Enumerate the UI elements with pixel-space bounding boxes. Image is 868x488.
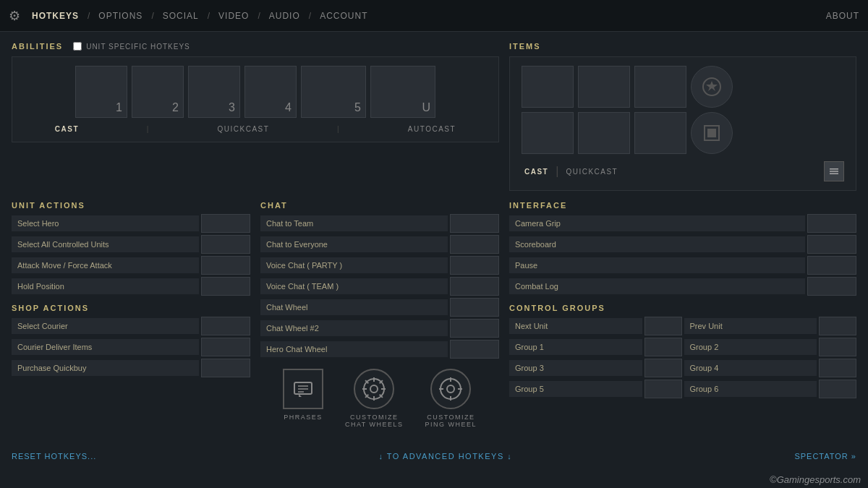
- customize-chat-button[interactable]: CUSTOMIZECHAT WHEELS: [345, 369, 404, 428]
- advanced-hotkeys-button[interactable]: ↓ TO ADVANCED HOTKEYS ↓: [378, 452, 512, 461]
- hotkey-input[interactable]: [201, 256, 250, 275]
- hotkey-row: Purchase Quickbuy: [12, 359, 250, 377]
- ability-key-u[interactable]: U: [370, 66, 435, 118]
- nav-options[interactable]: OPTIONS: [94, 8, 147, 24]
- shop-actions-rows: Select Courier Courier Deliver Items Pur…: [12, 317, 250, 377]
- item-settings-icon[interactable]: [824, 161, 844, 181]
- cg-row: Next Unit: [509, 317, 682, 335]
- reset-hotkeys-button[interactable]: RESET HOTKEYS...: [12, 452, 96, 461]
- hotkey-input[interactable]: [450, 319, 499, 338]
- nav-account[interactable]: ACCOUNT: [315, 8, 372, 24]
- cg-label: Prev Unit: [684, 318, 817, 334]
- chat-rows: Chat to Team Chat to Everyone Voice Chat…: [260, 214, 499, 359]
- hotkey-input[interactable]: [201, 338, 250, 356]
- hotkey-input[interactable]: [807, 277, 856, 296]
- hotkey-label: Select Courier: [12, 318, 199, 334]
- nav-items: HOTKEYS / OPTIONS / SOCIAL / VIDEO / AUD…: [27, 8, 826, 24]
- hotkey-input[interactable]: [450, 214, 499, 233]
- main-content: ABILITIES UNIT SPECIFIC HOTKEYS 1 2 3 4 …: [0, 32, 868, 435]
- item-row-2: [522, 112, 844, 154]
- ability-key-4[interactable]: 4: [244, 66, 297, 118]
- cg-input[interactable]: [819, 317, 856, 335]
- unit-specific-row: UNIT SPECIFIC HOTKEYS: [73, 42, 190, 51]
- customize-ping-icon: [430, 369, 471, 409]
- hotkey-input[interactable]: [450, 298, 499, 317]
- hotkey-input[interactable]: [807, 256, 856, 275]
- hotkey-input[interactable]: [201, 214, 250, 233]
- hotkey-input[interactable]: [450, 340, 499, 359]
- shop-actions-title: SHOP ACTIONS: [12, 304, 250, 312]
- hotkey-input[interactable]: [450, 235, 499, 254]
- cg-row: Group 5: [509, 380, 682, 398]
- hotkey-label: Pause: [509, 257, 805, 273]
- cg-input[interactable]: [644, 380, 682, 398]
- hotkey-row: Chat to Everyone: [260, 235, 499, 254]
- unit-specific-checkbox[interactable]: [73, 42, 82, 51]
- ability-key-5[interactable]: 5: [301, 66, 366, 118]
- item-slot-4[interactable]: [522, 112, 574, 154]
- customize-ping-button[interactable]: CUSTOMIZEPING WHEEL: [425, 369, 477, 428]
- item-slot-6[interactable]: [634, 112, 686, 154]
- hotkey-input[interactable]: [807, 214, 856, 233]
- cg-label: Group 2: [684, 339, 817, 355]
- chat-icons: PHRASES: [260, 369, 499, 428]
- svg-rect-2: [707, 129, 716, 137]
- hotkey-input[interactable]: [807, 235, 856, 254]
- cg-input[interactable]: [644, 317, 682, 335]
- cg-label: Group 1: [509, 339, 642, 355]
- item-slot-1[interactable]: [522, 66, 574, 108]
- hotkey-row: Hold Position: [12, 277, 250, 296]
- cg-label: Group 4: [684, 360, 817, 376]
- item-slot-neutral-2[interactable]: [691, 112, 733, 154]
- hotkey-label: Hold Position: [12, 278, 199, 294]
- control-groups-title: CONTROL GROUPS: [509, 304, 856, 312]
- spectator-button[interactable]: SPECTATOR »: [794, 452, 856, 461]
- cg-row: Group 2: [684, 338, 857, 356]
- cg-input[interactable]: [819, 359, 856, 377]
- hotkey-label: Chat Wheel: [260, 299, 448, 315]
- hotkey-input[interactable]: [201, 277, 250, 296]
- cg-input[interactable]: [819, 338, 856, 356]
- hotkey-row: Attack Move / Force Attack: [12, 256, 250, 275]
- nav-audio[interactable]: AUDIO: [265, 8, 305, 24]
- hotkey-row: Scoreboard: [509, 235, 856, 254]
- customize-chat-label: CUSTOMIZECHAT WHEELS: [345, 414, 404, 428]
- top-row: ABILITIES UNIT SPECIFIC HOTKEYS 1 2 3 4 …: [12, 42, 856, 191]
- customize-ping-label: CUSTOMIZEPING WHEEL: [425, 414, 477, 428]
- nav-video[interactable]: VIDEO: [214, 8, 253, 24]
- cg-input[interactable]: [644, 338, 682, 356]
- autocast-label: AUTOCAST: [408, 125, 456, 133]
- hotkey-row: Chat to Team: [260, 214, 499, 233]
- hotkey-input[interactable]: [201, 235, 250, 254]
- nav-hotkeys[interactable]: HOTKEYS: [27, 8, 83, 24]
- cg-input[interactable]: [644, 359, 682, 377]
- phrases-button[interactable]: PHRASES: [283, 369, 323, 428]
- hotkey-input[interactable]: [201, 359, 250, 377]
- hotkey-label: Chat Wheel #2: [260, 320, 448, 336]
- cg-label: Group 5: [509, 381, 642, 397]
- nav-social[interactable]: SOCIAL: [158, 8, 203, 24]
- hotkey-input[interactable]: [450, 256, 499, 275]
- ability-key-3[interactable]: 3: [188, 66, 240, 118]
- footer: RESET HOTKEYS... ↓ TO ADVANCED HOTKEYS ↓…: [0, 446, 868, 466]
- cg-label: Next Unit: [509, 318, 642, 334]
- hotkey-row: Chat Wheel: [260, 298, 499, 317]
- hotkey-row: Select All Controlled Units: [12, 235, 250, 254]
- top-nav: ⚙ HOTKEYS / OPTIONS / SOCIAL / VIDEO / A…: [0, 0, 868, 32]
- ability-key-2[interactable]: 2: [132, 66, 184, 118]
- hotkey-input[interactable]: [201, 317, 250, 335]
- ability-key-1[interactable]: 1: [75, 66, 127, 118]
- svg-point-18: [447, 385, 454, 393]
- item-slot-neutral-1[interactable]: [691, 66, 733, 108]
- nav-about[interactable]: ABOUT: [826, 11, 859, 21]
- phrases-label: PHRASES: [284, 414, 323, 421]
- hotkey-input[interactable]: [450, 277, 499, 296]
- hotkey-label: Purchase Quickbuy: [12, 360, 199, 376]
- item-slot-3[interactable]: [634, 66, 686, 108]
- hotkey-label: Combat Log: [509, 278, 805, 294]
- item-slot-2[interactable]: [578, 66, 630, 108]
- cg-input[interactable]: [819, 380, 856, 398]
- item-slot-5[interactable]: [578, 112, 630, 154]
- interface-rows: Camera Grip Scoreboard Pause Combat Log: [509, 214, 856, 296]
- watermark: ©Gamingesports.com: [770, 474, 861, 485]
